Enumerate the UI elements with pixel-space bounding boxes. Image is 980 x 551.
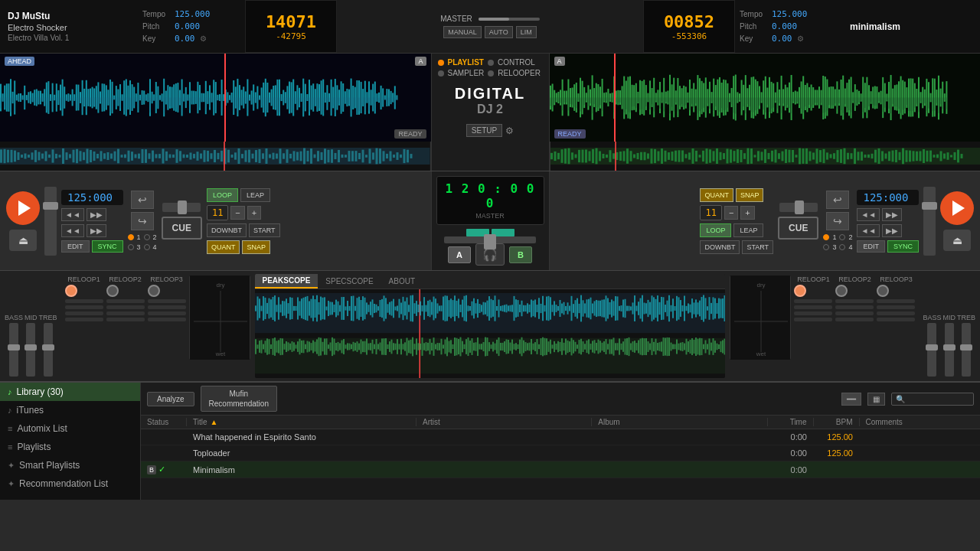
right-downbt-btn[interactable]: DOWNBT: [700, 240, 740, 254]
master-slider[interactable]: [479, 18, 540, 21]
left-radio-4[interactable]: [144, 244, 150, 250]
sidebar-item-automix[interactable]: ≡ Automix List: [0, 419, 140, 438]
left-downbt-btn[interactable]: DOWNBT: [207, 223, 247, 237]
track-row-3[interactable]: B ✓ Minimalism 0:00: [141, 461, 980, 478]
left-loop-plus[interactable]: +: [247, 206, 261, 220]
left-undo-btn[interactable]: ↩: [131, 191, 154, 209]
track-row-1[interactable]: What happened in Espirito Santo 0:00 125…: [141, 429, 980, 445]
left-eject-btn[interactable]: ⏏: [9, 230, 37, 251]
left-redo-btn[interactable]: ↪: [131, 212, 154, 230]
treb-fader-right[interactable]: [962, 323, 971, 377]
col-time[interactable]: Time: [768, 418, 814, 426]
left-volume-fader[interactable]: [44, 187, 57, 256]
b-btn[interactable]: B: [509, 246, 532, 263]
right-redo-btn[interactable]: ↪: [826, 212, 849, 230]
about-tab[interactable]: ABOUT: [381, 274, 423, 289]
sidebar-item-smart-playlists[interactable]: ✦ Smart Playlists: [0, 456, 140, 474]
crossfader[interactable]: [444, 236, 536, 243]
view-btn-1[interactable]: ━━: [841, 393, 861, 406]
col-album[interactable]: Album: [592, 418, 767, 426]
right-radio-2[interactable]: [839, 234, 845, 240]
right-eject-btn[interactable]: ⏏: [943, 230, 971, 251]
bass-fader-right[interactable]: [927, 323, 936, 377]
left-radio-3[interactable]: [128, 244, 134, 250]
track-row-2[interactable]: Toploader 0:00 125.00: [141, 445, 980, 461]
search-input[interactable]: [908, 395, 969, 403]
reloop2-knob-right[interactable]: [835, 285, 848, 297]
sidebar-item-recommendation[interactable]: ✦ Recommendation List: [0, 474, 140, 493]
col-title[interactable]: Title ▲: [187, 418, 416, 426]
setup-btn[interactable]: SETUP: [466, 124, 502, 137]
right-play-btn[interactable]: [940, 191, 974, 225]
auto-btn[interactable]: AUTO: [485, 26, 513, 38]
left-seek-fwd-btn[interactable]: ▶▶: [87, 208, 106, 221]
bass-fader-left[interactable]: [9, 323, 18, 377]
mufin-btn[interactable]: MufinRecommendation: [201, 386, 277, 412]
left-seek-fwd2-btn[interactable]: ▶▶: [87, 224, 106, 237]
mid-fader-right[interactable]: [945, 323, 954, 377]
left-sync-btn[interactable]: SYNC: [92, 240, 123, 253]
right-seek-back-btn[interactable]: ◄◄: [857, 208, 880, 221]
left-seek-back2-btn[interactable]: ◄◄: [61, 224, 84, 237]
col-artist[interactable]: Artist: [416, 418, 592, 426]
lim-btn[interactable]: LIM: [516, 26, 537, 38]
right-start-btn[interactable]: START: [742, 240, 773, 254]
treb-fader-left[interactable]: [44, 323, 53, 377]
right-snap-btn[interactable]: SNAP: [736, 188, 764, 202]
left-radio-1[interactable]: [128, 234, 134, 240]
reloop3-knob-left[interactable]: [148, 285, 160, 297]
relooper-btn[interactable]: RELOOPER: [498, 69, 541, 77]
sidebar-item-library[interactable]: ♪ Library (30): [0, 383, 140, 401]
right-radio-3[interactable]: [823, 244, 829, 250]
right-radio-1[interactable]: [823, 234, 829, 240]
left-leap-btn[interactable]: LEAP: [240, 188, 270, 202]
right-horiz-fader[interactable]: [779, 203, 818, 212]
col-bpm[interactable]: BPM: [814, 418, 860, 426]
left-seek-back-btn[interactable]: ◄◄: [61, 208, 84, 221]
right-quant-btn[interactable]: QUANT: [700, 188, 733, 202]
right-leap-btn[interactable]: LEAP: [733, 223, 763, 237]
left-radio-2[interactable]: [144, 234, 150, 240]
specscope-tab[interactable]: SPECSCOPE: [318, 274, 381, 289]
left-horiz-fader[interactable]: [162, 203, 201, 212]
right-loop-btn[interactable]: LOOP: [700, 223, 731, 237]
right-waveform[interactable]: A READY: [550, 54, 981, 142]
right-edit-btn[interactable]: EDIT: [857, 240, 885, 253]
right-undo-btn[interactable]: ↩: [826, 191, 849, 209]
right-volume-fader[interactable]: [923, 187, 936, 256]
reloop2-knob-left[interactable]: [106, 285, 119, 297]
left-play-btn[interactable]: [6, 191, 40, 225]
left-loop-btn[interactable]: LOOP: [207, 188, 238, 202]
mid-fader-left[interactable]: [26, 323, 35, 377]
right-seek-fwd2-btn[interactable]: ▶▶: [882, 224, 902, 237]
right-loop-plus[interactable]: +: [740, 206, 754, 220]
manual-btn[interactable]: MANUAL: [443, 26, 482, 38]
playlist-btn[interactable]: PLAYLIST: [448, 58, 484, 67]
analyze-btn[interactable]: Analyze: [147, 392, 194, 406]
right-cue-btn[interactable]: CUE: [778, 217, 818, 240]
left-loop-minus[interactable]: −: [230, 206, 244, 220]
left-snap-btn[interactable]: SNAP: [242, 240, 270, 254]
reloop1-knob-left[interactable]: [65, 285, 77, 297]
peakscope-tab[interactable]: PEAKSCOPE: [255, 274, 318, 289]
reloop3-knob-right[interactable]: [877, 285, 889, 297]
left-overview[interactable]: [0, 142, 431, 171]
view-btn-2[interactable]: ▦: [867, 393, 885, 406]
right-sync-btn[interactable]: SYNC: [887, 240, 919, 253]
left-start-btn[interactable]: START: [249, 223, 280, 237]
a-btn[interactable]: A: [448, 246, 471, 263]
control-btn[interactable]: CONTROL: [498, 58, 535, 67]
right-seek-fwd-btn[interactable]: ▶▶: [882, 208, 902, 221]
sidebar-item-itunes[interactable]: ♪ iTunes: [0, 401, 140, 419]
sampler-btn[interactable]: SAMPLER: [448, 69, 485, 77]
left-quant-btn[interactable]: QUANT: [207, 240, 240, 254]
right-radio-4[interactable]: [839, 244, 845, 250]
left-waveform[interactable]: AHEAD A READY // Generated inline via te…: [0, 54, 431, 142]
right-seek-back2-btn[interactable]: ◄◄: [857, 224, 880, 237]
reloop1-knob-right[interactable]: [794, 285, 806, 297]
right-overview[interactable]: [550, 142, 981, 171]
left-edit-btn[interactable]: EDIT: [61, 240, 90, 253]
right-loop-minus[interactable]: −: [724, 206, 738, 220]
sidebar-item-playlists[interactable]: ≡ Playlists: [0, 438, 140, 456]
left-cue-btn[interactable]: CUE: [162, 217, 202, 240]
